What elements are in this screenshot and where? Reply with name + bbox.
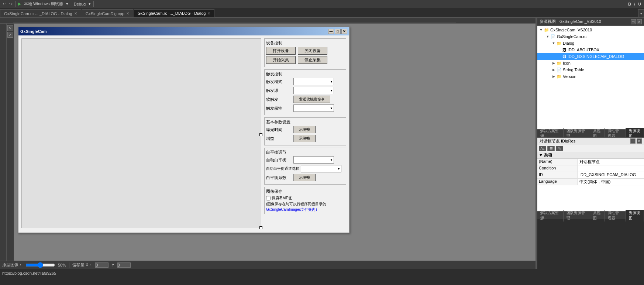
open-device-btn[interactable]: 打开设备 [266,47,296,55]
props-alphabetical-btn[interactable]: Az [539,146,546,151]
resource-view-title-text: 资源视图 - GxSingleCam_VS2010 [540,19,601,24]
auto-hide-btn[interactable]: ⊣ [631,19,636,24]
trigger-polarity-combo[interactable]: ▼ [293,104,334,112]
resize-handle-br[interactable] [259,226,262,229]
tab-cpp[interactable]: GxSingleCamDlg.cpp ✕ [82,9,133,17]
close-btn[interactable]: ✕ [341,29,347,34]
undo-btn[interactable]: ↩ [1,1,8,7]
props-tab-solution[interactable]: 解决方案资源... [537,210,564,222]
debug-config[interactable]: Debug [72,1,87,7]
version-expand-icon: ▶ [551,75,557,78]
version-folder-icon: 📁 [557,74,562,79]
rc-label: GxSingleCam.rc [557,34,586,39]
auto-wb-row: 自动白平衡 ▼ [266,156,344,164]
tree-idd-gxsinglecam[interactable]: 🖼 IDD_GXSINGLECAM_DIALOG [537,53,644,60]
stop-capture-btn[interactable]: 停止采集 [298,56,327,64]
pointer-tool[interactable]: ↖ [7,25,13,31]
resource-view-title: 资源视图 - GxSingleCam_VS2010 [540,19,601,24]
tab-close-rc-dialog2[interactable]: ✕ [207,11,210,16]
device-group-title: 设备控制 [266,40,344,46]
tab-rc-dialog1[interactable]: GxSingleCam.rc -..._DIALOG - Dialog ✕ [0,9,81,17]
image-save-group: 图像保存 保存BMP图 (图像保存在与可执行程序同级目录的 GxSingleCa… [264,187,346,214]
device-group: 设备控制 打开设备 关闭设备 开始采集 停止采集 [264,38,346,67]
props-header-btns: ⊣ ✕ [630,138,642,144]
italic-btn[interactable]: I [633,1,637,7]
underline-btn[interactable]: U [637,1,643,7]
tree-idd-aboutbox[interactable]: 🖼 IDD_ABOUTBOX [537,47,644,53]
offset-y-input[interactable] [117,262,131,268]
canvas-content[interactable]: GxSingleCam — □ ✕ [14,24,535,261]
debug-config-arrow[interactable]: ▾ [87,1,92,7]
transparency-slider[interactable] [25,262,55,268]
device-btn-row: 打开设备 关闭设备 [266,47,344,55]
resize-handle-r[interactable] [259,133,262,136]
close-panel-btn[interactable]: ✕ [637,19,642,24]
tree-version-folder[interactable]: ▶ 📁 Version [537,73,644,80]
soft-trigger-label: 软触发 [266,97,292,102]
bold-btn[interactable]: B [627,1,633,7]
trigger-mode-label: 触发模式 [266,79,292,85]
tab-bar: GxSingleCam.rc -..._DIALOG - Dialog ✕ Gx… [0,8,644,18]
props-title: 对话框节点 IDlgRes [540,138,575,144]
run-btn[interactable]: ▶ [17,1,23,7]
tab-rc-dialog2[interactable]: GxSingleCam.rc -..._DIALOG - Dialog ✕ [134,9,215,17]
soft-trigger-btn[interactable]: 发送软触发命令 [293,96,330,103]
properties-panel: 对话框节点 IDlgRes ⊣ ✕ Az ☰ ✎ ▼ 杂项 (Name) 对话框… [537,137,644,211]
status-url: https://blog.csdn.net/liafu9265 [2,271,56,275]
gain-row: 增益 示例帧 [266,135,344,142]
close-device-btn[interactable]: 关闭设备 [298,47,327,55]
props-tab-props-mgr[interactable]: 属性管理器 [605,210,626,222]
icon-expand-icon: ▶ [551,61,557,65]
maximize-btn[interactable]: □ [335,29,341,34]
tree-icon-folder[interactable]: ▶ 📁 Icon [537,60,644,66]
tree-rc-file[interactable]: ▼ 📄 GxSingleCam.rc [537,33,644,40]
auto-wb-combo[interactable]: ▼ [293,156,334,164]
tree-dialog-folder[interactable]: ▼ 📁 Dialog [537,40,644,47]
h-ruler: /* ruler ticks rendered in CSS */ [0,18,535,24]
debug-dropdown[interactable]: ▾ [65,1,70,7]
tab-overflow-btn[interactable]: ▾ [638,9,644,17]
wb-coeff-label: 白平衡系数 [266,175,292,181]
trigger-polarity-arrow: ▼ [330,107,333,110]
tab-close-rc-dialog1[interactable]: ✕ [74,11,77,16]
props-tab-class[interactable]: 类视图 [590,210,605,222]
v-ruler [0,24,7,261]
auto-wb-label: 自动白平衡 [266,157,292,163]
props-section-misc: ▼ 杂项 [537,152,644,159]
tab-close-cpp[interactable]: ✕ [126,11,129,16]
wb-coeff-btn[interactable]: 示例帧 [293,174,316,181]
tab-label-cpp: GxSingleCamDlg.cpp [86,11,124,16]
props-category-btn[interactable]: ☰ [547,146,555,151]
redo-btn[interactable]: ↪ [8,1,14,7]
minimize-btn[interactable]: — [328,29,334,34]
save-hint1: (图像保存在与可执行程序同级目录的 [266,202,344,207]
soft-trigger-row: 软触发 发送软触发命令 [266,96,344,103]
tree-string-table[interactable]: ▶ 📄 String Table [537,66,644,73]
props-auto-hide-btn[interactable]: ⊣ [630,138,636,144]
trigger-source-combo[interactable]: ▼ [293,87,334,94]
dialog-expand-icon: ▼ [551,41,557,45]
exposure-row: 曝光时间 示例帧 [266,126,344,133]
props-edit-btn[interactable]: ✎ [556,146,563,151]
props-close-btn[interactable]: ✕ [637,138,642,144]
start-capture-btn[interactable]: 开始采集 [266,56,296,64]
dialog-titlebar: GxSingleCam — □ ✕ [18,27,349,35]
gain-btn[interactable]: 示例帧 [293,135,316,142]
auto-wb-channel-arrow: ▼ [337,167,340,171]
resize-tool[interactable]: ⤢ [7,32,13,38]
auto-wb-channel-combo[interactable]: ▼ [301,165,341,172]
props-row-condition: Condition [537,165,644,172]
root-expand-icon: ▼ [538,28,544,32]
props-tab-team[interactable]: 团队资源管理... [564,210,590,222]
props-tab-resource[interactable]: 资源视图 [626,210,644,222]
props-val-id: IDD_GXSINGLECAM_DIALOG [578,172,644,178]
trigger-mode-combo[interactable]: ▼ [293,78,334,85]
icon-folder-icon: 📁 [557,61,562,66]
save-bmp-row: 保存BMP图 [266,195,344,201]
exposure-btn[interactable]: 示例帧 [293,126,316,133]
offset-y-label: Y [111,263,114,267]
transparency-value: 50% [58,263,66,267]
tree-root[interactable]: ▼ 📁 GxSingleCam_VS2010 [537,27,644,33]
save-bmp-checkbox[interactable] [266,196,271,200]
offset-x-input[interactable] [95,262,109,268]
